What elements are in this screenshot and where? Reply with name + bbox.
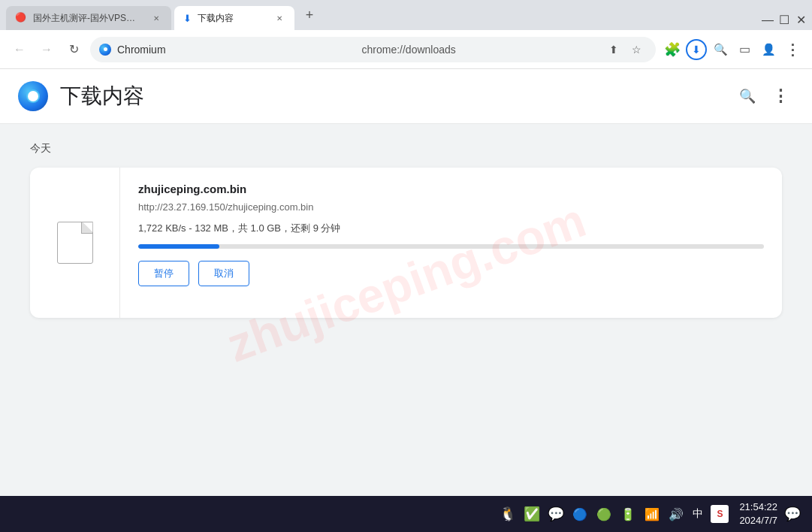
taskbar-icon-penguin[interactable]: 🐧 [499,505,517,523]
pause-button[interactable]: 暂停 [138,261,189,286]
page-title: 下载内容 [60,82,144,110]
taskbar-notification-icon[interactable]: 💬 [782,503,803,524]
downloads-page: zhujiceping.com 下载内容 🔍 ⋮ 今天 [0,69,812,496]
chromium-logo [18,81,48,111]
taskbar-icon-bluetooth[interactable]: 🔵 [571,505,589,523]
download-actions: 暂停 取消 [138,261,764,286]
taskbar-wifi-icon[interactable]: 📶 [644,507,660,521]
tab1-favicon: 🔴 [15,12,27,24]
search-downloads-button[interactable]: 🔍 [734,83,761,110]
tab1-close-button[interactable]: ✕ [150,12,162,24]
downloads-header: 下载内容 🔍 ⋮ [0,69,812,124]
file-icon-area [30,168,120,318]
tab-1[interactable]: 🔴 国外主机测评-国外VPS、国外... ✕ [6,6,171,30]
new-tab-button[interactable]: + [297,3,321,27]
browser-name: Chromium [117,44,353,56]
download-card-body: zhujiceping.com.bin http://23.27.169.150… [120,168,782,318]
navigation-bar: ← → ↻ Chromium chrome://downloads ⬆ ☆ 🧩 … [0,30,812,69]
sidebar-icon[interactable]: ▭ [734,39,755,60]
download-url: http://23.27.169.150/zhujiceping.com.bin [138,201,764,213]
tab-2[interactable]: ⬇ 下载内容 ✕ [174,6,294,30]
forward-button[interactable]: → [36,39,57,60]
tab1-title: 国外主机测评-国外VPS、国外... [33,12,144,25]
browser-favicon [99,44,111,56]
taskbar-icon-nvidia[interactable]: 🟢 [595,505,613,523]
taskbar-time: 21:54:22 [739,500,777,514]
progress-bar [138,244,764,249]
address-actions: ⬆ ☆ [603,39,647,60]
file-icon [57,222,93,264]
downloads-content: 今天 zhujiceping.com.bin http://23.27.169.… [0,124,812,336]
cancel-button[interactable]: 取消 [198,261,249,286]
downloads-title-row: 下载内容 [18,81,144,111]
tab2-title: 下载内容 [198,12,267,25]
favicon-inner [104,47,107,51]
taskbar-icon-sogou[interactable]: S [711,505,729,523]
download-filename: zhujiceping.com.bin [138,183,764,195]
section-today-label: 今天 [30,142,782,156]
share-icon[interactable]: ⬆ [603,39,624,60]
close-button[interactable]: ✕ [795,15,806,26]
title-bar: 🔴 国外主机测评-国外VPS、国外... ✕ ⬇ 下载内容 ✕ + — ☐ ✕ [0,0,812,30]
taskbar-volume-icon[interactable]: 🔊 [669,507,684,521]
taskbar-icons: 🐧 ✅ 💬 🔵 🟢 🔋 📶 🔊 中 S [499,505,729,523]
tab2-close-button[interactable]: ✕ [273,12,285,24]
tab2-download-icon: ⬇ [183,13,192,24]
url-text: chrome://downloads [362,44,598,56]
download-card: zhujiceping.com.bin http://23.27.169.150… [30,168,782,318]
search-downloads-icon: 🔍 [739,88,756,104]
taskbar-icon-wechat[interactable]: 💬 [547,505,565,523]
file-icon-corner [83,222,93,232]
window-controls: — ☐ ✕ [762,15,806,30]
download-status: 1,722 KB/s - 132 MB，共 1.0 GB，还剩 9 分钟 [138,222,764,235]
address-bar[interactable]: Chromium chrome://downloads ⬆ ☆ [90,37,656,62]
toolbar-icons: 🧩 ⬇ 🔍 ▭ 👤 ⋮ [662,39,803,60]
taskbar-battery-icon[interactable]: 🔋 [620,507,635,521]
taskbar-clock[interactable]: 21:54:22 2024/7/7 [739,500,777,527]
minimize-button[interactable]: — [762,15,773,26]
bookmark-icon[interactable]: ☆ [626,39,647,60]
progress-bar-fill [138,244,219,249]
back-button[interactable]: ← [9,39,30,60]
downloads-header-icons: 🔍 ⋮ [734,83,794,110]
extension-icon[interactable]: 🧩 [662,39,683,60]
maximize-button[interactable]: ☐ [779,15,789,26]
reload-button[interactable]: ↻ [63,39,84,60]
taskbar-date: 2024/7/7 [739,514,777,527]
chromium-logo-inner [28,91,38,101]
taskbar: 🐧 ✅ 💬 🔵 🟢 🔋 📶 🔊 中 S 21:54:22 2024/7/7 💬 [0,496,812,532]
taskbar-ime-icon[interactable]: 中 [693,507,703,521]
more-actions-icon: ⋮ [772,86,789,106]
menu-icon[interactable]: ⋮ [782,39,803,60]
profile-icon[interactable]: 👤 [758,39,779,60]
taskbar-icon-check[interactable]: ✅ [523,505,541,523]
more-actions-button[interactable]: ⋮ [767,83,794,110]
search-icon[interactable]: 🔍 [710,39,731,60]
download-indicator[interactable]: ⬇ [686,39,707,60]
